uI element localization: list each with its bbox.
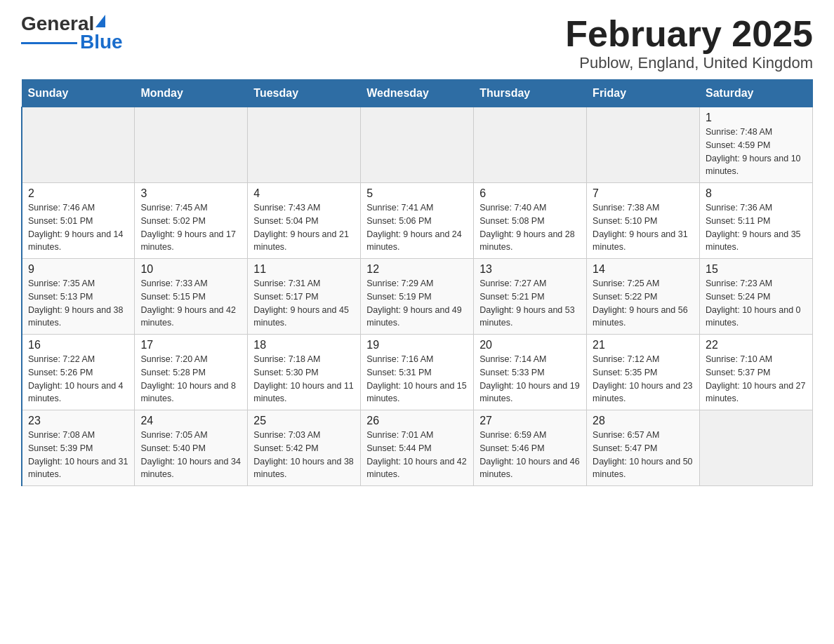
table-row: 10Sunrise: 7:33 AMSunset: 5:15 PMDayligh… <box>135 259 248 335</box>
day-info: Sunrise: 6:59 AMSunset: 5:46 PMDaylight:… <box>479 429 581 481</box>
day-number: 9 <box>28 263 128 276</box>
table-row: 11Sunrise: 7:31 AMSunset: 5:17 PMDayligh… <box>248 259 361 335</box>
table-row: 6Sunrise: 7:40 AMSunset: 5:08 PMDaylight… <box>474 183 587 259</box>
day-info: Sunrise: 7:45 AMSunset: 5:02 PMDaylight:… <box>140 201 241 254</box>
day-number: 26 <box>366 415 468 427</box>
day-info: Sunrise: 7:20 AMSunset: 5:28 PMDaylight:… <box>140 353 241 405</box>
day-number: 8 <box>706 187 807 200</box>
table-row <box>700 410 813 486</box>
col-tuesday: Tuesday <box>248 80 361 107</box>
day-number: 15 <box>706 263 807 276</box>
day-info: Sunrise: 7:16 AMSunset: 5:31 PMDaylight:… <box>366 353 468 405</box>
table-row: 12Sunrise: 7:29 AMSunset: 5:19 PMDayligh… <box>361 259 474 335</box>
table-row: 2Sunrise: 7:46 AMSunset: 5:01 PMDaylight… <box>22 183 135 259</box>
table-row: 3Sunrise: 7:45 AMSunset: 5:02 PMDaylight… <box>135 183 248 259</box>
day-number: 10 <box>140 263 241 276</box>
table-row: 5Sunrise: 7:41 AMSunset: 5:06 PMDaylight… <box>361 183 474 259</box>
day-info: Sunrise: 7:36 AMSunset: 5:11 PMDaylight:… <box>706 201 807 254</box>
logo-arrow-icon <box>95 15 105 27</box>
calendar-row: 1Sunrise: 7:48 AMSunset: 4:59 PMDaylight… <box>22 107 813 183</box>
day-number: 16 <box>28 339 128 351</box>
table-row <box>361 107 474 183</box>
day-info: Sunrise: 7:46 AMSunset: 5:01 PMDaylight:… <box>28 201 128 254</box>
table-row: 17Sunrise: 7:20 AMSunset: 5:28 PMDayligh… <box>135 335 248 410</box>
table-row: 23Sunrise: 7:08 AMSunset: 5:39 PMDayligh… <box>22 410 135 486</box>
day-info: Sunrise: 7:43 AMSunset: 5:04 PMDaylight:… <box>253 201 355 254</box>
table-row <box>587 107 700 183</box>
page-subtitle: Publow, England, United Kingdom <box>565 54 813 72</box>
day-number: 28 <box>593 415 694 427</box>
table-row <box>248 107 361 183</box>
day-info: Sunrise: 7:03 AMSunset: 5:42 PMDaylight:… <box>253 429 355 481</box>
day-info: Sunrise: 7:35 AMSunset: 5:13 PMDaylight:… <box>28 277 128 330</box>
day-number: 18 <box>253 339 355 351</box>
logo: General Blue <box>21 14 123 52</box>
col-wednesday: Wednesday <box>361 80 474 107</box>
table-row: 22Sunrise: 7:10 AMSunset: 5:37 PMDayligh… <box>700 335 813 410</box>
table-row <box>22 107 135 183</box>
day-number: 23 <box>28 415 128 427</box>
day-number: 27 <box>479 415 581 427</box>
calendar-table: Sunday Monday Tuesday Wednesday Thursday… <box>21 79 813 486</box>
day-number: 4 <box>253 187 355 200</box>
day-number: 3 <box>140 187 241 200</box>
table-row: 24Sunrise: 7:05 AMSunset: 5:40 PMDayligh… <box>135 410 248 486</box>
table-row: 19Sunrise: 7:16 AMSunset: 5:31 PMDayligh… <box>361 335 474 410</box>
day-number: 13 <box>479 263 581 276</box>
day-info: Sunrise: 7:01 AMSunset: 5:44 PMDaylight:… <box>366 429 468 481</box>
table-row: 28Sunrise: 6:57 AMSunset: 5:47 PMDayligh… <box>587 410 700 486</box>
page-title: February 2025 <box>565 14 813 54</box>
col-monday: Monday <box>135 80 248 107</box>
calendar-header-row: Sunday Monday Tuesday Wednesday Thursday… <box>22 80 813 107</box>
day-info: Sunrise: 6:57 AMSunset: 5:47 PMDaylight:… <box>593 429 694 481</box>
day-info: Sunrise: 7:38 AMSunset: 5:10 PMDaylight:… <box>593 201 694 254</box>
table-row: 16Sunrise: 7:22 AMSunset: 5:26 PMDayligh… <box>22 335 135 410</box>
day-info: Sunrise: 7:18 AMSunset: 5:30 PMDaylight:… <box>253 353 355 405</box>
day-info: Sunrise: 7:22 AMSunset: 5:26 PMDaylight:… <box>28 353 128 405</box>
day-info: Sunrise: 7:05 AMSunset: 5:40 PMDaylight:… <box>140 429 241 481</box>
table-row: 25Sunrise: 7:03 AMSunset: 5:42 PMDayligh… <box>248 410 361 486</box>
day-number: 20 <box>479 339 581 351</box>
day-number: 2 <box>28 187 128 200</box>
logo-text-blue: Blue <box>80 32 123 52</box>
day-info: Sunrise: 7:27 AMSunset: 5:21 PMDaylight:… <box>479 277 581 330</box>
day-info: Sunrise: 7:08 AMSunset: 5:39 PMDaylight:… <box>28 429 128 481</box>
day-number: 6 <box>479 187 581 200</box>
calendar-row: 23Sunrise: 7:08 AMSunset: 5:39 PMDayligh… <box>22 410 813 486</box>
day-number: 22 <box>706 339 807 351</box>
calendar-row: 9Sunrise: 7:35 AMSunset: 5:13 PMDaylight… <box>22 259 813 335</box>
table-row: 18Sunrise: 7:18 AMSunset: 5:30 PMDayligh… <box>248 335 361 410</box>
day-info: Sunrise: 7:48 AMSunset: 4:59 PMDaylight:… <box>706 126 807 178</box>
table-row: 15Sunrise: 7:23 AMSunset: 5:24 PMDayligh… <box>700 259 813 335</box>
day-info: Sunrise: 7:14 AMSunset: 5:33 PMDaylight:… <box>479 353 581 405</box>
col-saturday: Saturday <box>700 80 813 107</box>
table-row: 26Sunrise: 7:01 AMSunset: 5:44 PMDayligh… <box>361 410 474 486</box>
table-row: 27Sunrise: 6:59 AMSunset: 5:46 PMDayligh… <box>474 410 587 486</box>
day-info: Sunrise: 7:29 AMSunset: 5:19 PMDaylight:… <box>366 277 468 330</box>
table-row: 13Sunrise: 7:27 AMSunset: 5:21 PMDayligh… <box>474 259 587 335</box>
table-row <box>474 107 587 183</box>
day-info: Sunrise: 7:33 AMSunset: 5:15 PMDaylight:… <box>140 277 241 330</box>
day-info: Sunrise: 7:12 AMSunset: 5:35 PMDaylight:… <box>593 353 694 405</box>
table-row: 4Sunrise: 7:43 AMSunset: 5:04 PMDaylight… <box>248 183 361 259</box>
day-number: 7 <box>593 187 694 200</box>
logo-line <box>21 42 77 44</box>
table-row: 1Sunrise: 7:48 AMSunset: 4:59 PMDaylight… <box>700 107 813 183</box>
day-number: 19 <box>366 339 468 351</box>
day-number: 1 <box>706 112 807 124</box>
table-row: 14Sunrise: 7:25 AMSunset: 5:22 PMDayligh… <box>587 259 700 335</box>
table-row: 21Sunrise: 7:12 AMSunset: 5:35 PMDayligh… <box>587 335 700 410</box>
day-number: 17 <box>140 339 241 351</box>
day-number: 21 <box>593 339 694 351</box>
table-row: 7Sunrise: 7:38 AMSunset: 5:10 PMDaylight… <box>587 183 700 259</box>
day-info: Sunrise: 7:25 AMSunset: 5:22 PMDaylight:… <box>593 277 694 330</box>
calendar-row: 2Sunrise: 7:46 AMSunset: 5:01 PMDaylight… <box>22 183 813 259</box>
calendar-row: 16Sunrise: 7:22 AMSunset: 5:26 PMDayligh… <box>22 335 813 410</box>
day-info: Sunrise: 7:31 AMSunset: 5:17 PMDaylight:… <box>253 277 355 330</box>
day-info: Sunrise: 7:41 AMSunset: 5:06 PMDaylight:… <box>366 201 468 254</box>
day-number: 11 <box>253 263 355 276</box>
day-number: 24 <box>140 415 241 427</box>
table-row: 9Sunrise: 7:35 AMSunset: 5:13 PMDaylight… <box>22 259 135 335</box>
day-number: 14 <box>593 263 694 276</box>
col-sunday: Sunday <box>22 80 135 107</box>
